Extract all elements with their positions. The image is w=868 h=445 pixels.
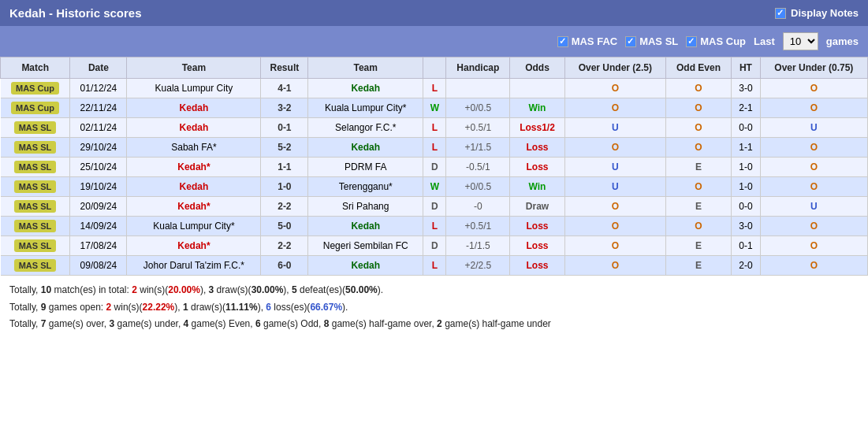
summary-line3: Totally, 7 game(s) over, 3 game(s) under…: [9, 316, 859, 333]
cell-ou075: O: [760, 256, 867, 276]
cell-team1[interactable]: Kedah*: [127, 158, 261, 177]
mas-fac-filter[interactable]: MAS FAC: [557, 35, 618, 47]
match-badge[interactable]: MAS SL: [14, 259, 57, 272]
scores-table: Match Date Team Result Team Handicap Odd…: [0, 57, 868, 276]
match-badge[interactable]: MAS Cup: [11, 102, 59, 114]
match-badge[interactable]: MAS SL: [14, 200, 57, 213]
cell-ou25: U: [564, 118, 665, 138]
display-notes-label: Display Notes: [791, 7, 859, 19]
match-badge[interactable]: MAS Cup: [11, 82, 59, 95]
display-notes-section: Display Notes: [775, 7, 859, 19]
cell-result[interactable]: 6-0: [261, 256, 308, 276]
cell-team2[interactable]: Terengganu*: [308, 177, 423, 197]
match-badge[interactable]: MAS SL: [14, 161, 57, 173]
scores-table-wrapper: Match Date Team Result Team Handicap Odd…: [0, 57, 868, 276]
cell-team1[interactable]: Kedah: [127, 177, 261, 197]
page-header: Kedah - Historic scores Display Notes: [0, 0, 868, 26]
cell-oe: O: [665, 217, 731, 236]
cell-date: 14/09/24: [70, 217, 127, 236]
summary-section: Totally, 10 match(es) in total: 2 win(s)…: [0, 276, 868, 339]
cell-wdl: D: [423, 236, 446, 256]
cell-date: 29/10/24: [70, 138, 127, 158]
cell-handicap: -0: [446, 197, 510, 217]
cell-handicap: +0.5/1: [446, 217, 510, 236]
cell-ou075: O: [760, 177, 867, 197]
cell-team2[interactable]: Kedah: [308, 217, 423, 236]
last-label: Last: [754, 35, 775, 47]
cell-wdl: L: [423, 79, 446, 98]
cell-result[interactable]: 2-2: [261, 197, 308, 217]
cell-result[interactable]: 1-0: [261, 177, 308, 197]
table-body: MAS Cup01/12/24Kuala Lumpur City4-1Kedah…: [1, 79, 868, 276]
cell-team1[interactable]: Sabah FA*: [127, 138, 261, 158]
match-badge[interactable]: MAS SL: [14, 239, 57, 252]
table-row: MAS SL29/10/24Sabah FA*5-2KedahL+1/1.5Lo…: [1, 138, 868, 158]
col-date: Date: [70, 57, 127, 79]
cell-ht: 2-0: [732, 256, 761, 276]
cell-ou25: O: [564, 256, 665, 276]
cell-wdl: W: [423, 177, 446, 197]
cell-result[interactable]: 2-2: [261, 236, 308, 256]
table-row: MAS SL17/08/24Kedah*2-2Negeri Sembilan F…: [1, 236, 868, 256]
cell-team2[interactable]: Kedah: [308, 256, 423, 276]
cell-ou25: O: [564, 236, 665, 256]
cell-odds: Win: [510, 177, 565, 197]
cell-result[interactable]: 0-1: [261, 118, 308, 138]
cell-date: 17/08/24: [70, 236, 127, 256]
col-result: Result: [261, 57, 308, 79]
mas-cup-checkbox[interactable]: [686, 36, 697, 47]
cell-ou075: O: [760, 158, 867, 177]
cell-odds: Loss: [510, 256, 565, 276]
col-handicap: Handicap: [446, 57, 510, 79]
cell-ht: 3-0: [732, 217, 761, 236]
table-row: MAS SL20/09/24Kedah*2-2Sri PahangD-0Draw…: [1, 197, 868, 217]
col-ht: HT: [732, 57, 761, 79]
cell-team1[interactable]: Kedah*: [127, 197, 261, 217]
cell-team1[interactable]: Kedah: [127, 118, 261, 138]
cell-team2[interactable]: Kedah: [308, 138, 423, 158]
cell-result[interactable]: 3-2: [261, 98, 308, 118]
cell-team1[interactable]: Kedah*: [127, 236, 261, 256]
cell-team2[interactable]: Kuala Lumpur City*: [308, 98, 423, 118]
mas-cup-filter[interactable]: MAS Cup: [686, 35, 746, 47]
cell-team1[interactable]: Kuala Lumpur City: [127, 79, 261, 98]
cell-team1[interactable]: Kedah: [127, 98, 261, 118]
cell-date: 20/09/24: [70, 197, 127, 217]
cell-oe: O: [665, 138, 731, 158]
cell-ht: 1-0: [732, 177, 761, 197]
match-badge[interactable]: MAS SL: [14, 141, 57, 154]
cell-team1[interactable]: Johor Darul Ta'zim F.C.*: [127, 256, 261, 276]
cell-date: 01/12/24: [70, 79, 127, 98]
cell-result[interactable]: 4-1: [261, 79, 308, 98]
cell-ou25: O: [564, 138, 665, 158]
cell-result[interactable]: 1-1: [261, 158, 308, 177]
summary-line2: Totally, 9 games open: 2 win(s)(22.22%),…: [9, 299, 859, 317]
cell-ht: 3-0: [732, 79, 761, 98]
cell-team2[interactable]: Negeri Sembilan FC: [308, 236, 423, 256]
display-notes-checkbox[interactable]: [775, 8, 786, 19]
mas-sl-filter[interactable]: MAS SL: [625, 35, 678, 47]
cell-team2[interactable]: Sri Pahang: [308, 197, 423, 217]
mas-fac-checkbox[interactable]: [557, 36, 568, 47]
cell-odds: Loss: [510, 138, 565, 158]
cell-team1[interactable]: Kuala Lumpur City*: [127, 217, 261, 236]
cell-result[interactable]: 5-0: [261, 217, 308, 236]
cell-handicap: +1/1.5: [446, 138, 510, 158]
cell-handicap: +2/2.5: [446, 256, 510, 276]
cell-odds: Loss: [510, 236, 565, 256]
page-title: Kedah - Historic scores: [9, 6, 142, 20]
cell-oe: E: [665, 158, 731, 177]
cell-team2[interactable]: Kedah: [308, 79, 423, 98]
cell-result[interactable]: 5-2: [261, 138, 308, 158]
match-badge[interactable]: MAS SL: [14, 121, 57, 134]
match-badge[interactable]: MAS SL: [14, 220, 57, 232]
match-badge[interactable]: MAS SL: [14, 180, 57, 193]
table-row: MAS SL02/11/24Kedah0-1Selangor F.C.*L+0.…: [1, 118, 868, 138]
cell-match: MAS SL: [1, 236, 70, 256]
mas-sl-checkbox[interactable]: [625, 36, 636, 47]
games-count-select[interactable]: 10 5 15 20 25 30: [783, 32, 818, 50]
cell-odds: Loss1/2: [510, 118, 565, 138]
table-row: MAS SL14/09/24Kuala Lumpur City*5-0Kedah…: [1, 217, 868, 236]
cell-team2[interactable]: Selangor F.C.*: [308, 118, 423, 138]
cell-team2[interactable]: PDRM FA: [308, 158, 423, 177]
